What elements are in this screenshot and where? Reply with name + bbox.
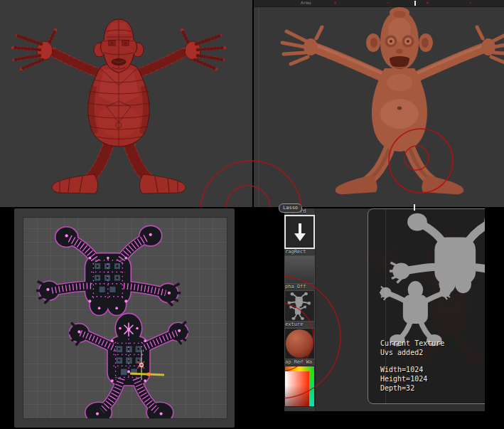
texture-thumb-preview (285, 291, 314, 321)
tooltip-width: Width=1024 (380, 365, 444, 374)
shelf-label: Armu (301, 0, 311, 5)
alpha-off-thumb[interactable] (284, 255, 315, 284)
tool-palette: tandard ragRect pha Off exture (284, 208, 316, 411)
green-strip[interactable] (309, 371, 314, 406)
down-arrow-icon (299, 223, 301, 233)
sculpt-character (254, 0, 504, 207)
wireframe-character (0, 0, 252, 207)
shelf-marker (414, 1, 416, 6)
top-shelf-strip: Armu ▪ ✦ ▪ ✦ (254, 0, 504, 7)
material-label: ap Red Wa (284, 359, 315, 366)
saturation-square[interactable] (285, 371, 309, 406)
uv-editor-panel[interactable] (14, 208, 235, 428)
wireframe-viewport[interactable] (0, 0, 252, 207)
zbrush-panel-region: tandard ragRect pha Off exture (235, 208, 504, 429)
app-window: Armu ▪ ✦ ▪ ✦ (0, 0, 504, 429)
shelf-thumb-icon: ✦ (468, 1, 471, 6)
lasso-pill[interactable]: Lasso (279, 203, 302, 213)
texture-tooltip: Current Texture Uvs added2 Width=1024 He… (368, 208, 485, 404)
down-arrow-icon (294, 233, 306, 241)
uv-islands (23, 218, 227, 418)
shelf-thumb-icon: ▪ (426, 1, 429, 6)
stroke-dragrect-thumb[interactable] (284, 215, 315, 249)
uv-editor-region (0, 208, 235, 429)
shelf-thumb-icon: ▪ (333, 1, 336, 6)
hue-strip[interactable] (285, 366, 314, 371)
tooltip-height: Height=1024 (380, 374, 444, 383)
color-picker[interactable] (284, 366, 315, 407)
divider-marker (414, 204, 415, 211)
tooltip-subtitle: Uvs added2 (380, 348, 444, 357)
stroke-label: ragRect (284, 249, 315, 255)
texture-label: exture (284, 322, 315, 328)
uv-grid-canvas[interactable] (23, 217, 227, 419)
alpha-label: pha Off (284, 284, 315, 290)
tooltip-title: Current Texture (380, 339, 444, 348)
tooltip-text: Current Texture Uvs added2 Width=1024 He… (380, 339, 444, 393)
material-thumb[interactable] (284, 328, 315, 359)
shelf-thumb-icon: ✦ (386, 1, 389, 6)
sculpt-viewport[interactable]: Armu ▪ ✦ ▪ ✦ (254, 0, 504, 207)
tooltip-depth: Depth=32 (380, 383, 444, 393)
zbrush-canvas[interactable]: tandard ragRect pha Off exture (284, 208, 485, 411)
texture-thumb[interactable] (284, 290, 315, 322)
material-sphere-preview (286, 329, 313, 358)
